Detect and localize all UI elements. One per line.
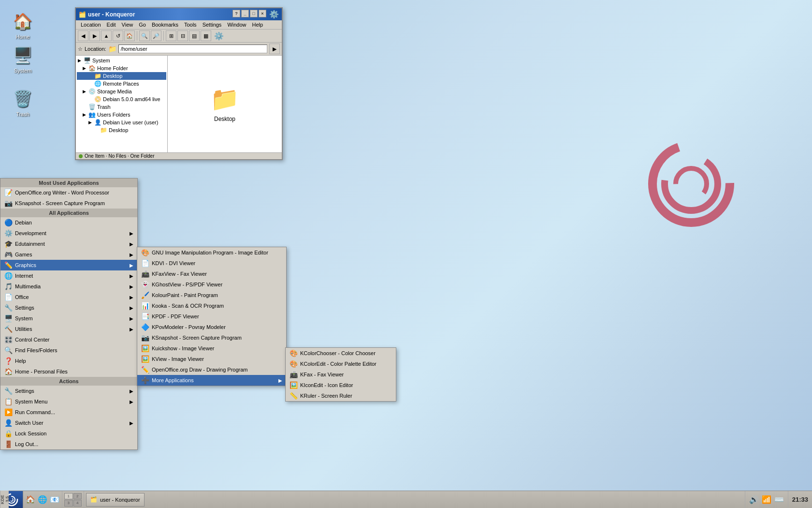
more-apps-item[interactable]: ➕ More Applications ▶ xyxy=(137,375,286,386)
network-icon[interactable]: 📶 xyxy=(762,495,771,504)
kcolorchooser-item[interactable]: 🎨 KColorChooser - Color Chooser xyxy=(286,348,396,359)
gimp-item[interactable]: 🎨 GNU Image Manipulation Program - Image… xyxy=(137,247,286,258)
tb-search1[interactable]: 🔍 xyxy=(139,30,150,41)
close-btn[interactable]: × xyxy=(259,10,266,17)
tb-up[interactable]: ▲ xyxy=(101,30,112,41)
keyboard-icon[interactable]: ⌨️ xyxy=(774,495,784,504)
kfax-item[interactable]: 📠 KFax - Fax Viewer xyxy=(286,369,396,380)
desktop-icon-trash[interactable]: 🗑️ Trash xyxy=(6,87,40,117)
run-command-icon: ▶️ xyxy=(4,408,12,416)
tb-forward[interactable]: ▶ xyxy=(89,30,100,41)
kghostview-item[interactable]: 👻 KGhostView - PS/PDF Viewer xyxy=(137,279,286,290)
kfaxview-item[interactable]: 📠 KFaxView - Fax Viewer xyxy=(137,269,286,279)
tb-back[interactable]: ◀ xyxy=(78,30,88,41)
menu-debian[interactable]: 🔵 Debian xyxy=(0,217,137,228)
menu-edit[interactable]: Edit xyxy=(104,21,119,29)
debian-icon: 🔵 xyxy=(4,219,12,226)
action-lock-session[interactable]: 🔒 Lock Session xyxy=(0,428,137,439)
menu-find-files[interactable]: 🔍 Find Files/Folders xyxy=(0,345,137,356)
tb-view2[interactable]: ⊟ xyxy=(177,30,188,41)
tree-storage-media[interactable]: ▶💿Storage Media xyxy=(77,88,166,95)
kpovmodeler-item[interactable]: 🔷 KPovModeler - Povray Modeler xyxy=(137,322,286,332)
kiconedit-item[interactable]: 🖼️ KIconEdit - Icon Editor xyxy=(286,380,396,390)
help-btn[interactable]: ? xyxy=(232,10,240,17)
most-used-writer[interactable]: 📝 OpenOffice.org Writer - Word Processor xyxy=(0,187,137,198)
tree-remote-places[interactable]: 🌐Remote Places xyxy=(77,80,166,88)
kolourpaint-item[interactable]: 🖌️ KolourPaint - Paint Program xyxy=(137,290,286,300)
tree-desktop[interactable]: 📁Desktop xyxy=(77,72,166,80)
menu-home[interactable]: 🏠 Home - Personal Files xyxy=(0,366,137,377)
ksnapshot-label: KSnapshot - Screen Capture Program xyxy=(15,200,105,206)
location-input[interactable] xyxy=(118,45,267,53)
tree-debian-live-user[interactable]: ▶👤Debian Live user (user) xyxy=(77,119,166,126)
menu-window[interactable]: Window xyxy=(224,21,249,29)
action-run-command[interactable]: ▶️ Run Command... xyxy=(0,407,137,418)
desktop-icon-home[interactable]: 🏠 Home xyxy=(6,10,40,40)
desktop-icon-system[interactable]: 🖥️ System xyxy=(6,44,40,74)
menu-bookmarks[interactable]: Bookmarks xyxy=(149,21,181,29)
volume-icon[interactable]: 🔊 xyxy=(749,495,759,504)
menu-internet[interactable]: 🌐 Internet ▶ xyxy=(0,270,137,281)
kuickshow-item[interactable]: 🖼️ Kuickshow - Image Viewer xyxy=(137,343,286,354)
menu-tools[interactable]: Tools xyxy=(181,21,200,29)
menu-graphics[interactable]: ✏️ Graphics ▶ xyxy=(0,260,137,270)
ql-desktop[interactable]: 🏠 xyxy=(25,494,36,505)
menu-system[interactable]: 🖥️ System ▶ xyxy=(0,313,137,324)
pager-4[interactable]: 4 xyxy=(73,500,82,507)
kpdf-item[interactable]: 📑 KPDF - PDF Viewer xyxy=(137,311,286,322)
tb-view3[interactable]: ▤ xyxy=(189,30,200,41)
tb-reload[interactable]: ↺ xyxy=(113,30,123,41)
action-log-out[interactable]: 🚪 Log Out... xyxy=(0,439,137,449)
minimize-btn[interactable]: _ xyxy=(241,10,249,17)
menu-office[interactable]: 📄 Office ▶ xyxy=(0,292,137,302)
taskbar-konqueror[interactable]: 🗂️ user - Konqueror xyxy=(86,493,145,507)
tree-home-folder[interactable]: ▶🏠Home Folder xyxy=(77,64,166,72)
ql-browser[interactable]: 🌐 xyxy=(37,494,48,505)
kruler-item[interactable]: 📏 KRuler - Screen Ruler xyxy=(286,390,396,401)
kolourpaint-icon: 🖌️ xyxy=(141,291,149,299)
kcoloredit-item[interactable]: 🎨 KColorEdit - Color Palette Editor xyxy=(286,359,396,369)
tb-view4[interactable]: ▦ xyxy=(201,30,211,41)
location-go[interactable]: ▶ xyxy=(269,44,280,54)
tree-desktop2[interactable]: 📁Desktop xyxy=(77,126,166,134)
tb-search2[interactable]: 🔎 xyxy=(151,30,161,41)
menu-control-center[interactable]: 🎛️ Control Center xyxy=(0,334,137,345)
help-menu-icon: ❓ xyxy=(4,357,12,365)
kdvi-item[interactable]: 📄 KDVI - DVI Viewer xyxy=(137,258,286,269)
menu-location[interactable]: Location xyxy=(78,21,104,29)
tree-system[interactable]: ▶🖥️System xyxy=(77,57,166,64)
pager-3[interactable]: 3 xyxy=(64,500,73,507)
taskbar-clock[interactable]: 21:33 xyxy=(788,491,812,508)
menu-go[interactable]: Go xyxy=(136,21,149,29)
menu-help[interactable]: Help xyxy=(249,21,266,29)
menu-settings[interactable]: 🔧 Settings ▶ xyxy=(0,302,137,313)
menu-edutainment[interactable]: 🎓 Edutainment ▶ xyxy=(0,239,137,249)
maximize-btn[interactable]: □ xyxy=(250,10,258,17)
menu-multimedia[interactable]: 🎵 Multimedia ▶ xyxy=(0,281,137,292)
edu-icon: 🎓 xyxy=(4,240,12,248)
action-system-menu[interactable]: 📋 System Menu ▶ xyxy=(0,396,137,407)
ql-email[interactable]: 📧 xyxy=(49,494,60,505)
ksnapshot-item[interactable]: 📷 KSnapshot - Screen Capture Program xyxy=(137,332,286,343)
action-switch-user[interactable]: 👤 Switch User ▶ xyxy=(0,418,137,428)
pager-1[interactable]: 1 xyxy=(64,493,73,500)
tree-debian-live[interactable]: 📀Debian 5.0.0 amd64 live xyxy=(77,95,166,103)
kooka-item[interactable]: 📊 Kooka - Scan & OCR Program xyxy=(137,300,286,311)
menu-settings[interactable]: Settings xyxy=(200,21,225,29)
tree-trash[interactable]: 🗑️Trash xyxy=(77,103,166,111)
multimedia-icon: 🎵 xyxy=(4,283,12,290)
menu-games[interactable]: 🎮 Games ▶ xyxy=(0,249,137,260)
pager-2[interactable]: 2 xyxy=(73,493,82,500)
tree-users-folders[interactable]: ▶👥Users Folders xyxy=(77,111,166,119)
kpdf-icon: 📑 xyxy=(141,313,149,320)
menu-view[interactable]: View xyxy=(119,21,136,29)
menu-utilities[interactable]: 🔨 Utilities ▶ xyxy=(0,324,137,334)
most-used-ksnapshot[interactable]: 📷 KSnapshot - Screen Capture Program xyxy=(0,198,137,209)
tb-home[interactable]: 🏠 xyxy=(124,30,135,41)
menu-help[interactable]: ❓ Help xyxy=(0,356,137,366)
tb-view1[interactable]: ⊞ xyxy=(166,30,176,41)
oodraw-item[interactable]: ✏️ OpenOffice.org Draw - Drawing Program xyxy=(137,364,286,375)
kview-item[interactable]: 🖼️ KView - Image Viewer xyxy=(137,354,286,364)
action-settings[interactable]: 🔧 Settings ▶ xyxy=(0,386,137,396)
menu-development[interactable]: ⚙️ Development ▶ xyxy=(0,228,137,239)
